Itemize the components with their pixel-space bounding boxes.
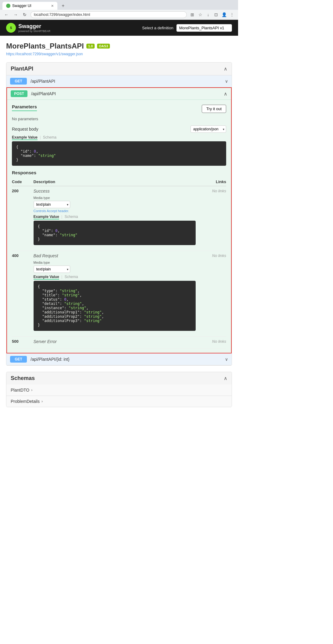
schema-problemdetails-item[interactable]: ProblemDetails › bbox=[6, 396, 232, 407]
content-type-select[interactable]: application/json bbox=[190, 125, 226, 133]
response-200-desc-cell: Success Media type text/plain Controls A… bbox=[34, 186, 196, 251]
api-url-link[interactable]: https://localhost:7299/swagger/v1/swagge… bbox=[6, 52, 83, 56]
post-method-badge: POST bbox=[11, 90, 27, 97]
controls-hint-200: Controls Accept header. bbox=[34, 209, 196, 213]
get-plantapi-path: /api/PlantAPI bbox=[31, 79, 225, 84]
extensions-btn[interactable]: ⊞ bbox=[189, 12, 195, 18]
definition-dropdown-wrap[interactable]: MorePlants_PlantsAPI v1 bbox=[176, 24, 232, 32]
get-id-method-badge: GET bbox=[10, 356, 27, 363]
select-definition-label: Select a definition bbox=[142, 26, 173, 30]
request-body-header: Request body application/json bbox=[12, 125, 226, 133]
plant-api-section-chevron: ∧ bbox=[224, 66, 227, 72]
schema-problemdetails-name: ProblemDetails bbox=[11, 399, 40, 404]
schemas-header[interactable]: Schemas ∧ bbox=[6, 372, 232, 385]
api-title: MorePlants_PlantsAPI bbox=[6, 42, 84, 50]
response-500-desc: Server Error bbox=[34, 339, 196, 344]
get-method-badge: GET bbox=[10, 78, 27, 85]
response-400-example-tab[interactable]: Example Value bbox=[34, 275, 59, 280]
extensions2-btn[interactable]: ⊡ bbox=[213, 12, 219, 18]
responses-title: Responses bbox=[12, 170, 226, 175]
active-tab[interactable]: Swagger UI ✕ bbox=[2, 2, 57, 10]
response-400-row: 400 Bad Request Media type text/plain bbox=[12, 251, 226, 337]
bookmark-btn[interactable]: ☆ bbox=[197, 12, 203, 18]
plant-api-section-title: PlantAPI bbox=[11, 66, 33, 72]
post-panel-close-btn[interactable]: ∧ bbox=[224, 91, 227, 97]
api-title-row: MorePlants_PlantsAPI 1.0 OAS3 bbox=[6, 42, 232, 50]
swagger-logo: S Swagger powered by SMARTBEAR bbox=[6, 23, 50, 33]
media-type-select-200[interactable]: text/plain bbox=[34, 201, 70, 208]
schema-plantdto-item[interactable]: PlantDTO › bbox=[6, 385, 232, 396]
swagger-logo-icon: S bbox=[6, 23, 16, 33]
post-plantapi-panel: POST /api/PlantAPI ∧ Parameters Try it o… bbox=[6, 87, 232, 353]
refresh-button[interactable]: ↻ bbox=[21, 11, 28, 18]
request-body-label: Request body bbox=[12, 127, 38, 132]
post-path: /api/PlantAPI bbox=[31, 91, 224, 96]
tab-title: Swagger UI bbox=[12, 4, 31, 8]
download-btn[interactable]: ↓ bbox=[205, 12, 211, 18]
get-id-path: /api/PlantAPI/{id: int} bbox=[31, 357, 225, 362]
address-bar[interactable]: localhost:7299/swagger/index.html bbox=[31, 11, 187, 18]
example-value-tab[interactable]: Example Value bbox=[12, 135, 38, 140]
response-200-schema-tab[interactable]: Schema bbox=[64, 215, 78, 219]
response-200-example-tab[interactable]: Example Value bbox=[34, 215, 59, 219]
new-tab-button[interactable]: + bbox=[59, 2, 67, 10]
response-400-desc-cell: Bad Request Media type text/plain Exampl… bbox=[34, 251, 196, 337]
content-type-select-wrap[interactable]: application/json bbox=[190, 125, 226, 133]
schema-plantdto-arrow: › bbox=[31, 388, 32, 392]
forward-button[interactable]: → bbox=[12, 11, 19, 18]
definition-selector: Select a definition MorePlants_PlantsAPI… bbox=[142, 24, 232, 32]
no-params-text: No parameters bbox=[12, 117, 226, 121]
get-id-chevron: ∨ bbox=[225, 357, 228, 362]
response-400-code: 400 bbox=[12, 251, 34, 337]
post-panel-header[interactable]: POST /api/PlantAPI ∧ bbox=[7, 88, 231, 100]
response-400-links: No links bbox=[196, 251, 226, 337]
get-plantapi-chevron: ∨ bbox=[225, 79, 228, 84]
tab-close-btn[interactable]: ✕ bbox=[51, 4, 54, 8]
response-400-desc: Bad Request bbox=[34, 253, 196, 258]
browser-action-buttons: ⊞ ☆ ↓ ⊡ 👤 ⋮ bbox=[189, 12, 235, 18]
plant-api-section: PlantAPI ∧ GET /api/PlantAPI ∨ POST /api… bbox=[6, 62, 232, 366]
response-400-schema-tab[interactable]: Schema bbox=[64, 275, 78, 279]
url-text: localhost:7299/swagger/index.html bbox=[34, 13, 183, 17]
schemas-chevron: ∧ bbox=[224, 375, 227, 381]
desc-col-header: Description bbox=[34, 178, 196, 186]
swagger-logo-sub: powered by SMARTBEAR bbox=[18, 30, 50, 33]
response-400-code-block: { "type": "string", "title": "string", "… bbox=[34, 281, 196, 331]
response-200-code: 200 bbox=[12, 186, 34, 251]
response-200-example-tabs: Example Value | Schema bbox=[34, 215, 196, 219]
main-content: MorePlants_PlantsAPI 1.0 OAS3 https://lo… bbox=[0, 36, 238, 413]
swagger-header: S Swagger powered by SMARTBEAR Select a … bbox=[0, 20, 238, 36]
menu-btn[interactable]: ⋮ bbox=[229, 12, 235, 18]
plant-api-section-header[interactable]: PlantAPI ∧ bbox=[6, 63, 232, 75]
parameters-label: Parameters bbox=[12, 104, 37, 111]
get-plantapi-row[interactable]: GET /api/PlantAPI ∨ bbox=[6, 75, 232, 87]
media-type-label-200: Media type bbox=[34, 196, 196, 200]
profile-btn[interactable]: 👤 bbox=[221, 12, 227, 18]
code-col-header: Code bbox=[12, 178, 34, 186]
response-500-code: 500 bbox=[12, 337, 34, 349]
schema-plantdto-name: PlantDTO bbox=[11, 388, 29, 393]
response-200-code-block: { "id": 0, "name": "string" } bbox=[34, 221, 196, 245]
media-type-select-wrap-200[interactable]: text/plain bbox=[34, 201, 70, 208]
response-200-row: 200 Success Media type text/plain Contro… bbox=[12, 186, 226, 251]
browser-chrome: Swagger UI ✕ + ← → ↻ localhost:7299/swag… bbox=[0, 0, 238, 20]
definition-dropdown[interactable]: MorePlants_PlantsAPI v1 bbox=[176, 24, 232, 32]
response-400-example-tabs: Example Value | Schema bbox=[34, 275, 196, 279]
oas-badge: OAS3 bbox=[97, 44, 110, 49]
media-type-select-400[interactable]: text/plain bbox=[34, 266, 70, 273]
back-button[interactable]: ← bbox=[3, 11, 10, 18]
schemas-title: Schemas bbox=[11, 375, 35, 382]
response-500-desc-cell: Server Error bbox=[34, 337, 196, 349]
response-500-links: No links bbox=[196, 337, 226, 349]
try-it-button[interactable]: Try it out bbox=[202, 105, 226, 113]
tab-bar: Swagger UI ✕ + bbox=[0, 0, 238, 10]
parameters-header: Parameters Try it out bbox=[12, 104, 226, 114]
swagger-logo-text: Swagger bbox=[18, 23, 50, 30]
schema-tab[interactable]: Schema bbox=[43, 135, 56, 139]
media-type-select-wrap-400[interactable]: text/plain bbox=[34, 266, 70, 273]
get-plantapi-id-row[interactable]: GET /api/PlantAPI/{id: int} ∨ bbox=[6, 353, 232, 365]
example-schema-tabs: Example Value | Schema bbox=[12, 135, 226, 139]
links-col-header: Links bbox=[196, 178, 226, 186]
response-200-desc: Success bbox=[34, 189, 196, 194]
response-500-row: 500 Server Error No links bbox=[12, 337, 226, 349]
